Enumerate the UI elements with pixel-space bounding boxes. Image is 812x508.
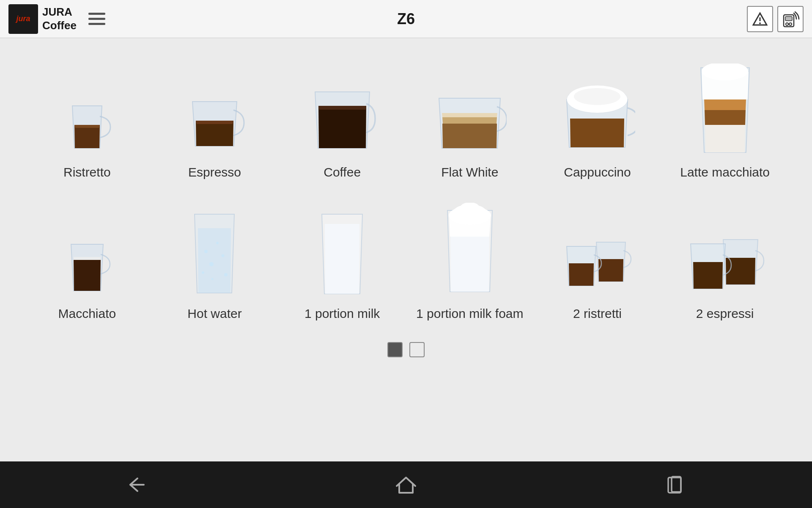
ristretto-image: [41, 64, 134, 157]
beverage-coffee[interactable]: Coffee: [280, 55, 404, 188]
pagination: [387, 342, 425, 357]
beverage-grid: Ristretto Espresso: [25, 55, 787, 329]
back-button[interactable]: [123, 474, 148, 495]
home-button[interactable]: [393, 474, 419, 495]
beverage-latte-macchiato[interactable]: Latte macchiato: [663, 55, 787, 188]
hamburger-line3: [88, 23, 105, 25]
recent-icon: [664, 474, 689, 495]
coffee-image: [296, 64, 389, 157]
recent-button[interactable]: [664, 474, 689, 495]
svg-point-18: [224, 273, 228, 276]
2-espressi-image: [678, 205, 771, 298]
header-action-icons: [747, 6, 804, 32]
2-ristretti-label: 2 ristretti: [573, 306, 622, 321]
svg-point-15: [209, 262, 214, 266]
machine-button[interactable]: [777, 6, 804, 32]
svg-rect-25: [672, 477, 681, 492]
svg-point-16: [222, 254, 225, 257]
brand-line2: Coffee: [42, 19, 77, 32]
beverage-portion-milk[interactable]: 1 portion milk: [280, 196, 404, 329]
beverage-espresso[interactable]: Espresso: [153, 55, 277, 188]
jura-wordmark: jura: [16, 14, 30, 23]
coffee-label: Coffee: [324, 165, 361, 179]
beverage-ristretto[interactable]: Ristretto: [25, 55, 149, 188]
portion-milk-image: [296, 205, 389, 298]
svg-point-5: [786, 23, 788, 25]
page-dot-2[interactable]: [409, 342, 425, 357]
svg-point-2: [759, 22, 761, 24]
svg-point-14: [216, 242, 219, 244]
portion-milk-foam-image: [423, 205, 516, 298]
espresso-image: [168, 64, 261, 157]
svg-point-19: [211, 278, 214, 280]
beverage-macchiato[interactable]: Macchiato: [25, 196, 149, 329]
svg-rect-4: [785, 17, 792, 21]
beverage-cappuccino[interactable]: Cappuccino: [536, 55, 659, 188]
alert-icon: [752, 11, 768, 27]
svg-point-13: [204, 250, 208, 253]
home-icon: [393, 474, 419, 495]
latte-macchiato-label: Latte macchiato: [680, 165, 770, 179]
svg-point-9: [574, 88, 620, 105]
svg-rect-24: [668, 478, 681, 493]
page-dot-1[interactable]: [387, 342, 403, 357]
cappuccino-label: Cappuccino: [564, 165, 631, 179]
app-header: jura JURA Coffee Z6: [0, 0, 812, 38]
cappuccino-image: [551, 64, 644, 157]
svg-point-22: [461, 203, 479, 212]
2-espressi-label: 2 espressi: [696, 306, 754, 321]
beverage-portion-milk-foam[interactable]: 1 portion milk foam: [408, 196, 532, 329]
brand-line1: JURA: [42, 6, 77, 19]
svg-point-6: [789, 23, 792, 25]
hamburger-line1: [88, 13, 105, 15]
macchiato-label: Macchiato: [58, 306, 116, 321]
espresso-label: Espresso: [188, 165, 241, 179]
2-ristretti-image: [551, 205, 644, 298]
beverage-flat-white[interactable]: Flat White: [408, 55, 532, 188]
brand-logo: jura JURA Coffee: [8, 4, 77, 34]
macchiato-image: [41, 205, 134, 298]
ristretto-label: Ristretto: [63, 165, 111, 179]
hamburger-line2: [88, 18, 105, 20]
latte-macchiato-image: [678, 64, 771, 157]
menu-button[interactable]: [85, 9, 109, 28]
portion-milk-label: 1 portion milk: [304, 306, 380, 321]
logo-image: jura: [8, 4, 38, 34]
back-icon: [123, 474, 148, 495]
brand-text: JURA Coffee: [42, 6, 77, 32]
alert-button[interactable]: [747, 6, 773, 32]
flat-white-image: [423, 64, 516, 157]
bottom-navigation: [0, 461, 812, 508]
beverage-2-ristretti[interactable]: 2 ristretti: [536, 196, 659, 329]
main-content: Ristretto Espresso: [0, 38, 812, 461]
beverage-hot-water[interactable]: Hot water: [153, 196, 277, 329]
page-title: Z6: [397, 10, 415, 28]
hot-water-image: [168, 205, 261, 298]
svg-point-17: [202, 271, 204, 274]
hot-water-label: Hot water: [187, 306, 241, 321]
portion-milk-foam-label: 1 portion milk foam: [416, 306, 523, 321]
machine-icon: [781, 10, 800, 28]
beverage-2-espressi[interactable]: 2 espressi: [663, 196, 787, 329]
flat-white-label: Flat White: [441, 165, 498, 179]
